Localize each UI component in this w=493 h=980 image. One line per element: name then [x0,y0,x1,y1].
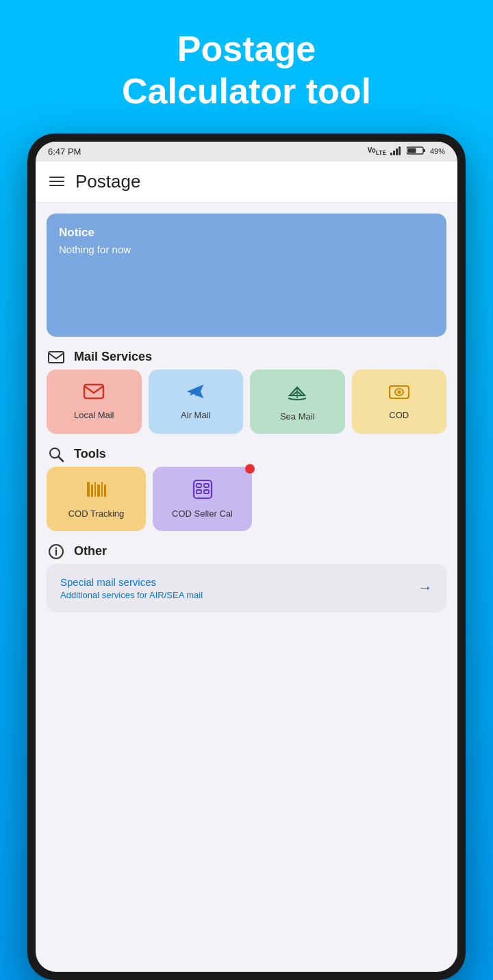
svg-rect-16 [91,485,93,497]
svg-rect-23 [204,484,209,487]
scroll-content: Notice Nothing for now Mail Services [36,203,457,972]
phone-frame: 6:47 PM VoLTE [27,133,466,980]
cod-tracking-icon [86,479,108,503]
svg-rect-15 [87,482,90,497]
special-mail-card[interactable]: Special mail services Additional service… [47,564,446,612]
volte-icon: VoLTE [368,146,386,156]
svg-rect-25 [204,490,209,493]
status-bar: 6:47 PM VoLTE [36,142,457,162]
menu-button[interactable] [49,177,64,186]
svg-line-14 [59,456,64,461]
svg-rect-20 [104,485,106,497]
svg-rect-6 [407,148,416,153]
svg-rect-8 [84,385,103,398]
svg-rect-7 [49,352,64,363]
tools-search-icon [47,445,66,464]
svg-rect-2 [396,149,398,155]
svg-rect-5 [423,149,425,152]
signal-bars [390,146,403,157]
svg-rect-1 [393,151,395,155]
hero-title: Postage Calculator tool [122,27,371,113]
local-mail-icon [83,382,105,404]
special-mail-text: Special mail services Additional service… [60,576,203,600]
cod-seller-card[interactable]: COD Seller Cal [153,467,252,531]
svg-rect-0 [390,153,392,155]
svg-rect-3 [399,146,401,155]
local-mail-label: Local Mail [74,410,114,420]
cod-tracking-label: COD Tracking [68,508,125,519]
cod-label: COD [389,410,409,420]
sea-mail-card[interactable]: Sea Mail [250,370,345,434]
special-mail-subtitle: Additional services for AIR/SEA mail [60,590,203,600]
tools-label: Tools [74,447,106,461]
arrow-right-icon: → [418,579,433,597]
app-header: Postage [36,162,457,203]
other-section: Other Special mail services Additional s… [47,542,446,612]
battery-icon [407,146,426,157]
svg-point-12 [397,390,401,394]
special-mail-title: Special mail services [60,576,203,588]
new-badge [245,464,255,474]
air-mail-card[interactable]: Air Mail [149,370,244,434]
air-mail-label: Air Mail [181,410,210,420]
svg-rect-22 [197,484,201,487]
phone-screen: 6:47 PM VoLTE [36,142,457,972]
svg-rect-24 [197,490,201,493]
mail-services-section: Mail Services Local Mail [47,348,446,434]
svg-rect-19 [101,482,103,497]
notice-title: Notice [59,226,434,240]
notice-card: Notice Nothing for now [47,214,446,337]
sea-mail-label: Sea Mail [280,411,315,422]
mail-services-label: Mail Services [74,350,152,364]
info-icon [47,542,66,561]
notice-body: Nothing for now [59,244,434,255]
other-label: Other [74,544,107,558]
battery-pct: 49% [430,147,445,155]
svg-rect-17 [94,482,96,497]
status-right: VoLTE 49% [368,146,445,157]
status-time: 6:47 PM [48,146,81,157]
cod-tracking-card[interactable]: COD Tracking [47,467,146,531]
svg-rect-18 [97,485,100,497]
other-header: Other [47,542,446,561]
app-title: Postage [75,171,140,192]
cod-seller-icon [192,479,213,503]
air-mail-icon [184,382,207,404]
tools-grid: COD Tracking [47,467,446,531]
mail-services-header: Mail Services [47,348,446,367]
sea-mail-icon [286,382,309,406]
cod-card[interactable]: COD [352,370,447,434]
cod-seller-label: COD Seller Cal [172,508,233,519]
tools-header: Tools [47,445,446,464]
mail-icon [47,348,66,367]
local-mail-card[interactable]: Local Mail [47,370,142,434]
svg-point-28 [55,547,57,549]
tools-section: Tools [47,445,446,531]
cod-icon [388,382,411,404]
svg-rect-21 [194,480,212,498]
mail-services-grid: Local Mail Air Mail [47,370,446,434]
